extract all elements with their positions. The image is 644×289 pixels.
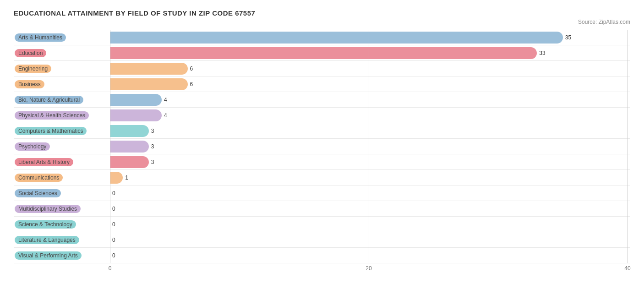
bar (110, 172, 123, 184)
bar-label: Science & Technology (15, 220, 76, 229)
bar-label: Business (15, 80, 44, 88)
bar (110, 63, 188, 75)
x-axis: 02040 (14, 265, 630, 274)
bar-value: 3 (151, 159, 154, 165)
bar-label: Social Sciences (15, 189, 61, 197)
bar (110, 94, 162, 106)
bar (110, 125, 149, 137)
bar-value: 0 (112, 237, 115, 243)
bar-row: 4Bio, Nature & Agricultural (14, 92, 630, 108)
x-axis-label: 0 (109, 265, 112, 272)
bar-row: 33Education (14, 45, 630, 61)
bar-label: Physical & Health Sciences (15, 111, 89, 120)
bar-row: 35Arts & Humanities (14, 30, 630, 45)
bar-row: 4Physical & Health Sciences (14, 108, 630, 123)
bar-row: 3Computers & Mathematics (14, 123, 630, 139)
bar-value: 4 (164, 97, 167, 103)
bar-label: Literature & Languages (15, 236, 79, 244)
bar (110, 156, 149, 168)
bar-row: 0Multidisciplinary Studies (14, 201, 630, 217)
bar-label: Communications (15, 174, 63, 182)
bar-row: 6Engineering (14, 61, 630, 76)
bar-value: 6 (190, 65, 193, 72)
bar (110, 78, 188, 90)
bar-row: 0Visual & Performing Arts (14, 248, 630, 263)
bar-label: Education (15, 49, 46, 57)
bar-label: Arts & Humanities (15, 33, 66, 42)
bar-row: 6Business (14, 76, 630, 92)
bar-row: 1Communications (14, 170, 630, 185)
bar-value: 3 (151, 143, 154, 150)
chart-title: EDUCATIONAL ATTAINMENT BY FIELD OF STUDY… (14, 9, 630, 17)
bar-value: 4 (164, 112, 167, 119)
bar-value: 0 (112, 206, 115, 212)
bar-row: 0Science & Technology (14, 217, 630, 232)
bar-value: 33 (539, 50, 545, 56)
bar-value: 0 (112, 252, 115, 259)
bar-row: 3Liberal Arts & History (14, 154, 630, 170)
bar-label: Computers & Mathematics (15, 127, 87, 135)
source-line: Source: ZipAtlas.com (14, 19, 630, 25)
chart-area: 35Arts & Humanities33Education6Engineeri… (14, 30, 630, 274)
bar-value: 0 (112, 221, 115, 228)
bar-value: 35 (565, 34, 571, 41)
bar-label: Bio, Nature & Agricultural (15, 96, 83, 104)
x-axis-label: 40 (624, 265, 630, 272)
bar-row: 0Social Sciences (14, 185, 630, 201)
bar-label: Engineering (15, 65, 51, 73)
bar-value: 3 (151, 128, 154, 134)
bar-row: 3Psychology (14, 139, 630, 154)
bar (110, 141, 149, 153)
bar-value: 0 (112, 190, 115, 196)
bar (110, 32, 563, 44)
bar-label: Psychology (15, 142, 50, 151)
bar-value: 1 (125, 174, 128, 181)
x-axis-label: 20 (366, 265, 371, 272)
bar-value: 6 (190, 81, 193, 87)
bar (110, 47, 537, 59)
bar-label: Visual & Performing Arts (15, 251, 82, 260)
bar-label: Liberal Arts & History (15, 158, 73, 166)
bar-label: Multidisciplinary Studies (15, 205, 81, 213)
bar-row: 0Literature & Languages (14, 232, 630, 248)
bar (110, 109, 162, 121)
